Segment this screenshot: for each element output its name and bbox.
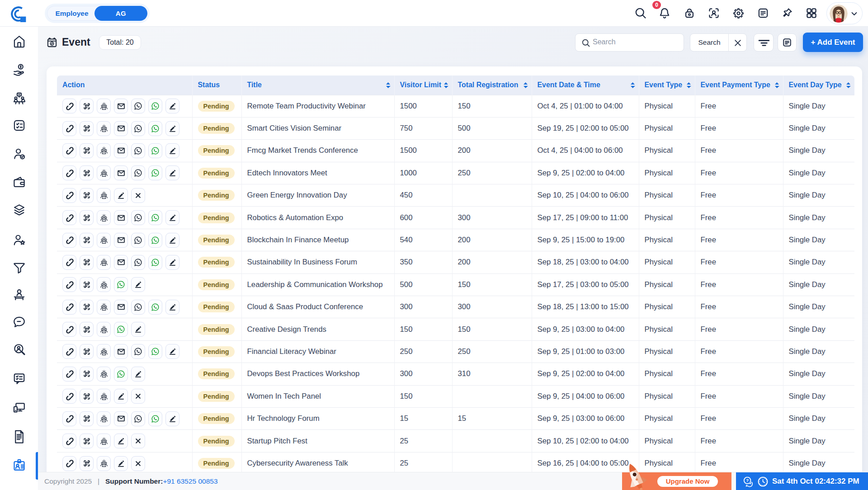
- svg-text:?: ?: [746, 478, 749, 483]
